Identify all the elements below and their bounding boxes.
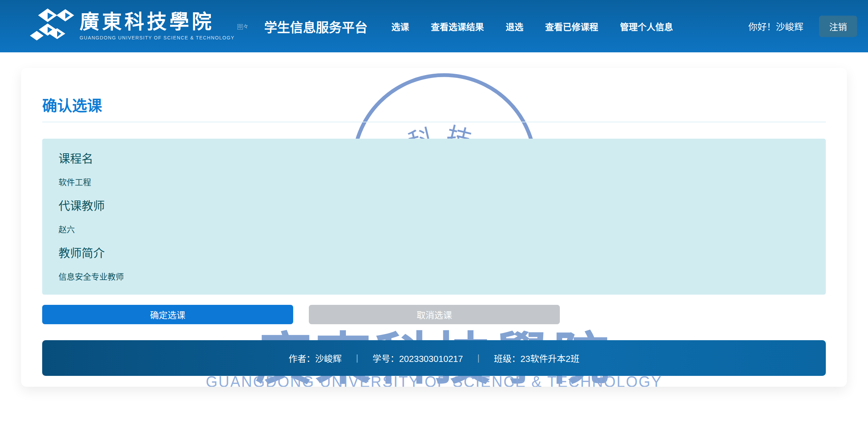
university-logo-icon <box>30 8 75 45</box>
logout-button[interactable]: 注销 <box>819 16 857 37</box>
course-name-label: 课程名 <box>59 151 809 167</box>
teacher-label: 代课教师 <box>59 198 809 214</box>
teacher-value: 赵六 <box>59 224 809 235</box>
nav-item-withdraw[interactable]: 退选 <box>506 20 523 33</box>
footer-separator: | <box>477 353 480 363</box>
university-name-en: GUANGDONG UNIVERSITY OF SCIENCE & TECHNO… <box>80 35 235 40</box>
nav-item-taken-courses[interactable]: 查看已修课程 <box>545 20 598 33</box>
action-buttons: 确定选课 取消选课 <box>42 305 826 324</box>
cancel-select-button[interactable]: 取消选课 <box>309 305 560 324</box>
author-footer-bar: 作者：沙峻辉 | 学号：2023303010217 | 班级：23软件升本2班 <box>42 340 826 376</box>
calligraphy-seal-mark: 々 印 <box>237 23 248 30</box>
confirm-select-button[interactable]: 确定选课 <box>42 305 293 324</box>
title-divider <box>42 122 826 122</box>
main-navigation: 选课 查看选课结果 退选 查看已修课程 管理个人信息 <box>391 20 673 33</box>
top-navbar: 廣東科技學院 GUANGDONG UNIVERSITY OF SCIENCE &… <box>0 0 868 52</box>
page-title: 确认选课 <box>42 94 826 116</box>
course-info-box: 课程名 软件工程 代课教师 赵六 教师简介 信息安全专业教师 <box>42 139 826 295</box>
teacher-intro-label: 教师简介 <box>59 245 809 261</box>
nav-item-manage-profile[interactable]: 管理个人信息 <box>620 20 673 33</box>
nav-item-course-select[interactable]: 选课 <box>391 20 409 33</box>
footer-class: 班级：23软件升本2班 <box>494 352 579 364</box>
footer-author: 作者：沙峻辉 <box>289 352 342 364</box>
user-greeting: 你好！沙峻辉 <box>748 20 803 33</box>
university-logo: 廣東科技學院 GUANGDONG UNIVERSITY OF SCIENCE &… <box>30 8 248 45</box>
university-name-cn: 廣東科技學院 <box>80 12 235 32</box>
teacher-intro-value: 信息安全专业教师 <box>59 271 809 282</box>
platform-title: 学生信息服务平台 <box>264 17 368 36</box>
confirm-course-card: 廣東科技學院 廣東科技學院 GUANGDONG UNIVERSITY OF SC… <box>21 68 847 387</box>
nav-item-view-results[interactable]: 查看选课结果 <box>431 20 484 33</box>
footer-student-id: 学号：2023303010217 <box>372 352 463 364</box>
course-name-value: 软件工程 <box>59 177 809 188</box>
footer-separator: | <box>356 353 358 363</box>
